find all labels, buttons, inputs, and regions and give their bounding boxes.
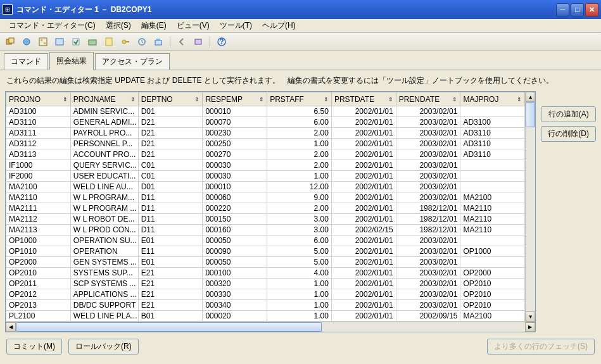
cell-respemp[interactable]: 000270 bbox=[203, 149, 267, 160]
menu-command-editor[interactable]: コマンド・エディター(C) bbox=[4, 19, 101, 32]
table-row[interactable]: AD3113ACCOUNT PRO...D210002702.002002/01… bbox=[6, 149, 525, 160]
cell-prstaff[interactable]: 4.00 bbox=[267, 268, 332, 279]
column-header-prstaff[interactable]: PRSTAFF⇕ bbox=[267, 92, 332, 106]
cell-deptno[interactable]: D21 bbox=[138, 149, 203, 160]
cell-majproj[interactable]: MA2100 bbox=[460, 192, 525, 203]
cell-prstdate[interactable]: 2002/01/01 bbox=[331, 311, 396, 322]
cell-respemp[interactable]: 000060 bbox=[203, 192, 267, 203]
cell-majproj[interactable]: AD3110 bbox=[460, 128, 525, 139]
tool-icon-10[interactable] bbox=[152, 35, 165, 48]
cell-projno[interactable]: OP2012 bbox=[6, 289, 71, 300]
cell-majproj[interactable]: AD3110 bbox=[460, 139, 525, 149]
cell-deptno[interactable]: E01 bbox=[138, 257, 203, 268]
close-button[interactable]: ✕ bbox=[585, 3, 598, 16]
cell-prstaff[interactable]: 3.00 bbox=[267, 214, 332, 225]
cell-projname[interactable]: QUERY SERVIC... bbox=[70, 160, 138, 171]
tool-icon-6[interactable] bbox=[86, 35, 99, 48]
tool-icon-4[interactable] bbox=[53, 35, 66, 48]
cell-prendate[interactable]: 2003/02/01 bbox=[396, 139, 460, 149]
cell-projname[interactable]: OPERATION bbox=[70, 246, 138, 257]
add-row-button[interactable]: 行の追加(A) bbox=[541, 106, 596, 122]
horizontal-scrollbar[interactable]: ◀ ▶ bbox=[6, 322, 535, 332]
titlebar[interactable]: ⊞ コマンド・エディター 1 － DB2COPY1 ─ □ ✕ bbox=[0, 0, 601, 19]
cell-majproj[interactable]: OP2010 bbox=[460, 300, 525, 311]
cell-respemp[interactable]: 000320 bbox=[203, 279, 267, 289]
cell-projname[interactable]: PAYROLL PRO... bbox=[70, 128, 138, 139]
cell-prstaff[interactable]: 2.00 bbox=[267, 160, 332, 171]
cell-prendate[interactable]: 2003/02/01 bbox=[396, 246, 460, 257]
cell-majproj[interactable]: AD3100 bbox=[460, 117, 525, 128]
cell-respemp[interactable]: 000230 bbox=[203, 128, 267, 139]
cell-respemp[interactable]: 000050 bbox=[203, 257, 267, 268]
cell-projname[interactable]: USER EDUCATI... bbox=[70, 171, 138, 182]
cell-prendate[interactable]: 2003/02/01 bbox=[396, 192, 460, 203]
cell-majproj[interactable] bbox=[460, 106, 525, 117]
cell-majproj[interactable]: OP2010 bbox=[460, 289, 525, 300]
cell-majproj[interactable]: MA2110 bbox=[460, 214, 525, 225]
help-icon[interactable]: ? bbox=[215, 35, 228, 48]
cell-prendate[interactable]: 2003/02/01 bbox=[396, 106, 460, 117]
cell-projname[interactable]: ADMIN SERVIC... bbox=[70, 106, 138, 117]
cell-prstdate[interactable]: 2002/01/01 bbox=[331, 214, 396, 225]
cell-prstaff[interactable]: 3.00 bbox=[267, 225, 332, 235]
cell-prstaff[interactable]: 1.00 bbox=[267, 300, 332, 311]
cell-projno[interactable]: PL2100 bbox=[6, 311, 71, 322]
cell-majproj[interactable] bbox=[460, 257, 525, 268]
sort-icon[interactable]: ⇕ bbox=[324, 96, 329, 103]
cell-majproj[interactable]: MA2100 bbox=[460, 311, 525, 322]
maximize-button[interactable]: □ bbox=[571, 3, 584, 16]
column-header-deptno[interactable]: DEPTNO⇕ bbox=[138, 92, 203, 106]
cell-respemp[interactable]: 000050 bbox=[203, 235, 267, 246]
cell-deptno[interactable]: E21 bbox=[138, 289, 203, 300]
cell-prstaff[interactable]: 12.00 bbox=[267, 182, 332, 192]
tool-icon-5[interactable] bbox=[70, 35, 82, 48]
cell-deptno[interactable]: D21 bbox=[138, 139, 203, 149]
sort-icon[interactable]: ⇕ bbox=[259, 96, 264, 103]
cell-prendate[interactable]: 2003/02/01 bbox=[396, 235, 460, 246]
cell-deptno[interactable]: E21 bbox=[138, 300, 203, 311]
cell-projname[interactable]: ACCOUNT PRO... bbox=[70, 149, 138, 160]
cell-deptno[interactable]: E11 bbox=[138, 246, 203, 257]
cell-prendate[interactable]: 2003/02/01 bbox=[396, 117, 460, 128]
sort-icon[interactable]: ⇕ bbox=[517, 96, 522, 103]
cell-projno[interactable]: AD3113 bbox=[6, 149, 71, 160]
cell-prendate[interactable]: 2003/02/01 bbox=[396, 257, 460, 268]
cell-prstaff[interactable]: 6.00 bbox=[267, 117, 332, 128]
cell-prstaff[interactable]: 1.00 bbox=[267, 279, 332, 289]
cell-majproj[interactable]: OP2000 bbox=[460, 268, 525, 279]
table-row[interactable]: OP1010OPERATIONE110000905.002002/01/0120… bbox=[6, 246, 525, 257]
cell-projno[interactable]: OP2013 bbox=[6, 300, 71, 311]
cell-prendate[interactable]: 1982/12/01 bbox=[396, 203, 460, 214]
tool-icon-3[interactable] bbox=[37, 35, 49, 48]
tab-query-result[interactable]: 照会結果 bbox=[49, 52, 94, 70]
column-header-majproj[interactable]: MAJPROJ⇕ bbox=[460, 92, 525, 106]
cell-projname[interactable]: GEN SYSTEMS ... bbox=[70, 257, 138, 268]
cell-prendate[interactable]: 2003/02/01 bbox=[396, 300, 460, 311]
cell-respemp[interactable]: 000250 bbox=[203, 139, 267, 149]
scroll-thumb[interactable] bbox=[526, 102, 535, 127]
cell-projname[interactable]: W L PROD CON... bbox=[70, 225, 138, 235]
cell-projname[interactable]: PERSONNEL P... bbox=[70, 139, 138, 149]
cell-projno[interactable]: MA2111 bbox=[6, 203, 71, 214]
cell-prendate[interactable]: 2002/09/15 bbox=[396, 311, 460, 322]
cell-projno[interactable]: IF2000 bbox=[6, 171, 71, 182]
cell-projno[interactable]: OP1010 bbox=[6, 246, 71, 257]
cell-projno[interactable]: OP2000 bbox=[6, 257, 71, 268]
cell-projno[interactable]: OP2010 bbox=[6, 268, 71, 279]
cell-prstdate[interactable]: 2002/01/01 bbox=[331, 182, 396, 192]
cell-majproj[interactable]: OP1000 bbox=[460, 246, 525, 257]
cell-projname[interactable]: WELD LINE PLA... bbox=[70, 311, 138, 322]
cell-deptno[interactable]: D11 bbox=[138, 214, 203, 225]
cell-prstdate[interactable]: 2002/01/01 bbox=[331, 289, 396, 300]
table-row[interactable]: AD3112PERSONNEL P...D210002501.002002/01… bbox=[6, 139, 525, 149]
cell-respemp[interactable]: 000330 bbox=[203, 289, 267, 300]
cell-prstdate[interactable]: 2002/02/15 bbox=[331, 225, 396, 235]
tool-icon-8[interactable] bbox=[119, 35, 132, 48]
cell-prstaff[interactable]: 5.00 bbox=[267, 257, 332, 268]
cell-prstaff[interactable]: 2.00 bbox=[267, 203, 332, 214]
table-row[interactable]: OP1000OPERATION SU...E010000506.002002/0… bbox=[6, 235, 525, 246]
cell-respemp[interactable]: 000030 bbox=[203, 171, 267, 182]
cell-majproj[interactable]: OP2010 bbox=[460, 279, 525, 289]
cell-projname[interactable]: SCP SYSTEMS ... bbox=[70, 279, 138, 289]
cell-majproj[interactable]: AD3110 bbox=[460, 149, 525, 160]
